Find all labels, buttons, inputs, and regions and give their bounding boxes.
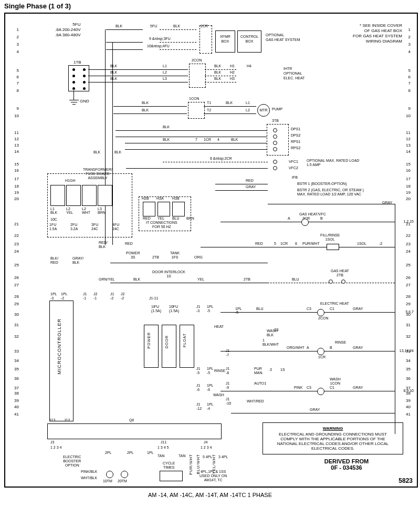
row-number-left: 15 bbox=[12, 162, 19, 167]
wire-label: BLK bbox=[110, 64, 117, 68]
diagram-frame: 1122334455667788991010111112121313141415… bbox=[4, 13, 418, 488]
3tb-box bbox=[267, 124, 289, 156]
motor-symbol: MTR bbox=[257, 104, 270, 117]
row-number-right: 20 bbox=[403, 196, 411, 201]
row-number-right: 6 bbox=[403, 75, 411, 79]
2con-box bbox=[189, 64, 206, 88]
row-number-right: 5 bbox=[403, 68, 411, 73]
row-number-left: 22 bbox=[12, 233, 19, 238]
label: BLU bbox=[256, 307, 264, 311]
label: 1PL-6 bbox=[207, 384, 213, 392]
row-number-left: 33 bbox=[12, 349, 19, 354]
label: BLK/RED bbox=[50, 256, 58, 265]
row-number-left: 35 bbox=[12, 367, 19, 371]
label: 2TB bbox=[244, 277, 250, 281]
row-number-right: 28 bbox=[403, 294, 411, 299]
row-number-left: 30 bbox=[12, 312, 19, 317]
label: H3B bbox=[172, 196, 180, 200]
row-number-right: 25 bbox=[403, 263, 411, 267]
row-number-right: 18 bbox=[403, 184, 411, 189]
label: J1-3 bbox=[196, 305, 200, 313]
row-number-left: 17 bbox=[12, 177, 19, 181]
label: BLK bbox=[163, 125, 170, 129]
row-number-left: 9 bbox=[12, 106, 19, 111]
label: 20TM bbox=[118, 479, 127, 483]
ihtr-label: IHTROPTIONALELEC. HEAT bbox=[284, 66, 304, 80]
wire-label: BLK bbox=[226, 101, 233, 105]
row-number-right: 14 bbox=[403, 149, 411, 154]
label: ELECTRIC HEAT bbox=[320, 302, 349, 305]
warning-box: WARNING ELECTRICAL AND GROUNDING CONNECT… bbox=[262, 422, 403, 454]
label: WASH bbox=[213, 393, 224, 397]
itb-box bbox=[68, 65, 89, 91]
label: J4 bbox=[204, 440, 207, 444]
label: RED bbox=[125, 242, 133, 245]
label: 2CON bbox=[192, 58, 202, 62]
label: PUR/WHT bbox=[189, 454, 193, 475]
label: RINSE bbox=[335, 340, 346, 344]
label: WASH1CON bbox=[330, 377, 341, 386]
label: 1S bbox=[280, 368, 285, 371]
row-number-left: 13 bbox=[12, 143, 19, 148]
row-number-left: 28 bbox=[12, 294, 19, 299]
label: 3 4PL bbox=[218, 455, 228, 459]
wire-label: BLK bbox=[114, 150, 121, 154]
row-number-right: 8 bbox=[403, 88, 411, 93]
wire-label: L1 bbox=[163, 64, 167, 68]
label: J3 bbox=[50, 440, 54, 444]
label: RPS1 bbox=[291, 140, 300, 143]
row-number-left: 16 bbox=[12, 168, 19, 173]
wire-label: H2 bbox=[230, 70, 235, 74]
label: ORG/WHT bbox=[287, 346, 304, 349]
wire-label: L3 bbox=[163, 77, 167, 80]
label: HEAT bbox=[214, 325, 224, 328]
label: YEL bbox=[197, 277, 204, 281]
label: POWER bbox=[147, 332, 151, 348]
label: J1-2 bbox=[110, 292, 114, 301]
label: A bbox=[288, 216, 290, 220]
rowref: 13,14,24 bbox=[400, 349, 414, 353]
wire-label: 5FU bbox=[150, 24, 157, 28]
row-number-right: 36 bbox=[403, 376, 411, 381]
label: 1PL-2 bbox=[61, 292, 67, 301]
label: J1-5 bbox=[196, 367, 200, 375]
wire-label: BLK bbox=[142, 108, 149, 112]
row-number-left: 31 bbox=[12, 323, 19, 327]
label: 1PL-5 bbox=[207, 367, 213, 375]
row-number-right: 15 bbox=[403, 162, 411, 167]
gnd-label: GND bbox=[80, 99, 89, 104]
drawing-number: 5823 bbox=[398, 477, 413, 484]
label: RED bbox=[246, 179, 254, 182]
row-number-left: 25 bbox=[12, 263, 19, 267]
control-box: CONTROLBOX bbox=[237, 30, 261, 53]
label: B bbox=[320, 216, 323, 220]
wire-label: BLK bbox=[110, 77, 117, 80]
label: J12 bbox=[64, 418, 70, 422]
float-btn bbox=[180, 325, 194, 368]
label: GRN/YEL bbox=[99, 277, 115, 281]
label: OPTIONAL MAX. RATED LOAD1.5 AMP bbox=[307, 159, 359, 167]
wire-label: T2 bbox=[207, 108, 211, 112]
row-number-right: 41 bbox=[403, 412, 411, 417]
label: 3TB bbox=[272, 119, 279, 122]
wire-label: 9 &nbsp;3FU bbox=[149, 37, 171, 40]
label: 10C bbox=[50, 218, 57, 221]
label: J2-1 bbox=[93, 292, 97, 301]
row-number-right: 17 bbox=[403, 177, 411, 181]
label: DOOR INTERLOCK1S bbox=[152, 270, 185, 278]
2cr-box bbox=[200, 25, 212, 54]
label: H2B bbox=[142, 196, 149, 200]
wire-label: BLK bbox=[116, 24, 122, 28]
label: TANK1FS bbox=[170, 251, 180, 260]
label: 1 2 3 4 bbox=[201, 446, 212, 449]
label: WHT/RED bbox=[247, 399, 264, 403]
label: J2-2 bbox=[121, 292, 124, 301]
label: VFC2 bbox=[289, 166, 298, 170]
row-number-left: 24 bbox=[12, 249, 19, 254]
label: TAN bbox=[158, 454, 164, 458]
label: DPS2 bbox=[291, 133, 300, 137]
label: 2FU3.2A bbox=[70, 223, 78, 231]
row-number-left: 4 bbox=[12, 49, 19, 54]
row-number-left: 12 bbox=[12, 137, 19, 141]
row-number-left: 6 bbox=[12, 75, 19, 79]
